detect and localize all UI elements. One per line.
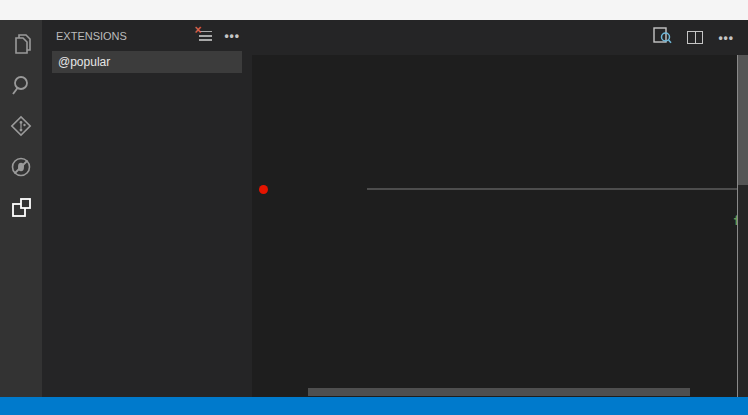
extensions-search-input[interactable] [52,51,242,73]
breakpoint-dot[interactable] [259,185,268,194]
activity-bar [0,20,42,397]
debug-icon[interactable] [7,153,35,181]
sidebar-title: EXTENSIONS [56,30,197,42]
split-editor-icon[interactable] [687,31,703,44]
open-preview-icon[interactable] [653,27,672,48]
source-control-icon[interactable] [7,112,35,140]
intellisense-suggest-widget [367,188,738,190]
editor-group: ••• fac [252,20,748,397]
extensions-sidebar: EXTENSIONS ••• [42,20,252,397]
extensions-search-box [52,51,242,73]
menubar [0,0,748,20]
extensions-icon[interactable] [7,194,35,222]
horizontal-scrollbar-thumb[interactable] [308,388,690,396]
editor-actions: ••• [653,20,748,55]
more-actions-icon[interactable]: ••• [224,29,240,43]
workbench: EXTENSIONS ••• ••• [0,20,748,397]
vertical-scrollbar[interactable] [738,55,748,397]
horizontal-scrollbar[interactable] [252,387,738,397]
extensions-list [42,78,252,397]
explorer-icon[interactable] [7,30,35,58]
tab-bar: ••• [252,20,748,55]
code-editor[interactable] [252,55,738,387]
vertical-scrollbar-thumb[interactable] [738,55,748,185]
status-bar [0,397,748,415]
editor-more-actions-icon[interactable]: ••• [718,31,734,45]
search-icon[interactable] [7,71,35,99]
clear-extensions-input-icon[interactable] [197,30,212,42]
sidebar-header: EXTENSIONS ••• [42,20,252,47]
